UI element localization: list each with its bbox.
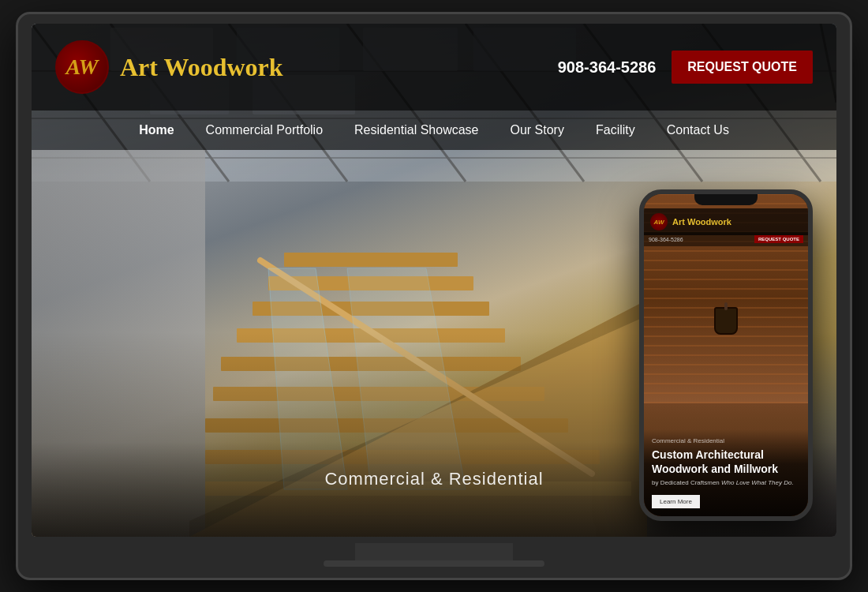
phone-logo-icon: AW bbox=[650, 213, 668, 230]
logo-area: AW Art Woodwork bbox=[55, 40, 283, 94]
nav-item-residential[interactable]: Residential Showcase bbox=[354, 123, 478, 137]
brand-name: Art Woodwork bbox=[120, 53, 283, 82]
phone-mockup: AW Art Woodwork 908-364-5286 REQUEST QUO… bbox=[639, 189, 813, 521]
hero-content: Commercial & Residential bbox=[324, 469, 543, 489]
phone-headline: Custom ArchitecturalWoodwork and Millwor… bbox=[652, 448, 800, 476]
phone-header: AW Art Woodwork bbox=[644, 208, 808, 235]
header-right: 908-364-5286 REQUEST QUOTE bbox=[558, 51, 813, 84]
nav-item-commercial[interactable]: Commercial Portfolio bbox=[206, 123, 323, 137]
monitor-screen: AW Art Woodwork 908-364-5286 REQUEST QUO… bbox=[32, 24, 836, 537]
logo-icon: AW bbox=[55, 40, 109, 94]
nav-item-facility[interactable]: Facility bbox=[596, 123, 635, 137]
phone-screen: AW Art Woodwork 908-364-5286 REQUEST QUO… bbox=[644, 194, 808, 516]
phone-byline: by Dedicated Craftsmen Who Love What The… bbox=[652, 479, 800, 486]
monitor-stand bbox=[355, 543, 513, 567]
phone-learn-more-button[interactable]: Learn More bbox=[652, 495, 700, 508]
nav-item-our-story[interactable]: Our Story bbox=[510, 123, 563, 137]
nav-item-home[interactable]: Home bbox=[139, 123, 174, 137]
navbar: Home Commercial Portfolio Residential Sh… bbox=[32, 111, 836, 150]
phone-notch bbox=[694, 194, 758, 205]
phone-phone-number: 908-364-5286 bbox=[649, 237, 683, 242]
monitor-frame: AW Art Woodwork 908-364-5286 REQUEST QUO… bbox=[16, 12, 852, 580]
phone-tag: Commercial & Residential bbox=[652, 437, 800, 444]
logo-initials: AW bbox=[65, 54, 98, 80]
phone-action-bar: 908-364-5286 REQUEST QUOTE bbox=[644, 232, 808, 246]
header: AW Art Woodwork 908-364-5286 REQUEST QUO… bbox=[32, 24, 836, 111]
phone-request-quote-button[interactable]: REQUEST QUOTE bbox=[754, 235, 803, 243]
phone-bucket-icon bbox=[714, 307, 738, 335]
request-quote-button[interactable]: REQUEST QUOTE bbox=[672, 51, 813, 84]
phone-number: 908-364-5286 bbox=[558, 58, 657, 77]
hero-subtitle: Commercial & Residential bbox=[324, 469, 543, 489]
website: AW Art Woodwork 908-364-5286 REQUEST QUO… bbox=[32, 24, 836, 537]
phone-brand-name: Art Woodwork bbox=[672, 217, 731, 227]
nav-item-contact[interactable]: Contact Us bbox=[667, 123, 729, 137]
phone-content-area: Commercial & Residential Custom Architec… bbox=[644, 429, 808, 516]
